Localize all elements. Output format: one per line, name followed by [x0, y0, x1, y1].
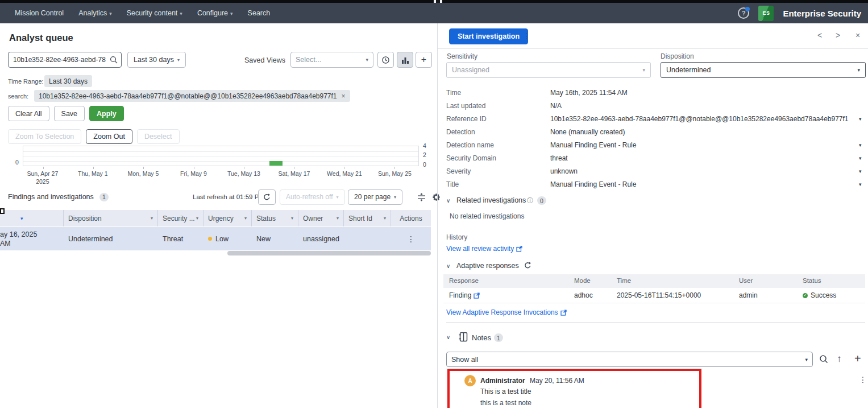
sensitivity-select[interactable]: Unassigned▾ — [446, 62, 651, 78]
cell-disposition: Undetermined — [64, 227, 158, 250]
nav-search[interactable]: Search — [248, 9, 271, 17]
sort-notes-icon[interactable]: ↑ — [837, 353, 842, 365]
adaptive-row-divider — [443, 303, 865, 303]
related-investigations-title: Related investigations — [456, 196, 526, 204]
auto-refresh-button[interactable]: Auto-refresh off▾ — [280, 189, 345, 205]
column-header-owner[interactable]: Owner▾ — [298, 210, 344, 226]
gridline — [23, 161, 418, 162]
chevron-down-icon[interactable]: ▾ — [859, 142, 862, 148]
chevron-down-icon: ▾ — [384, 216, 386, 221]
chevron-down-icon: ▾ — [244, 216, 247, 221]
next-finding-icon[interactable]: > — [836, 31, 840, 40]
collapse-chevron-icon[interactable]: ∨ — [446, 334, 450, 340]
view-adaptive-invocations-link[interactable]: View Adaptive Response Invocations — [446, 308, 567, 316]
horizontal-scrollbar[interactable] — [227, 251, 431, 255]
save-button[interactable]: Save — [54, 106, 85, 121]
time-range-chip[interactable]: Last 30 days — [44, 75, 92, 87]
adaptive-col-user: User — [739, 277, 753, 284]
chevron-down-icon[interactable]: ▾ — [859, 116, 862, 122]
previous-finding-icon[interactable]: < — [817, 31, 822, 40]
chevron-down-icon[interactable]: ▾ — [859, 155, 862, 161]
column-header-time[interactable]: ▾ — [0, 210, 64, 226]
gear-icon[interactable] — [432, 193, 441, 201]
x-axis-tick — [244, 167, 244, 169]
external-link-icon — [560, 310, 567, 316]
row-actions-menu[interactable]: ⋮ — [391, 227, 431, 250]
detail-kebab-menu-icon[interactable]: ⋮ — [523, 32, 531, 40]
related-count-badge: 0 — [537, 196, 546, 205]
x-axis-tick — [294, 167, 294, 169]
saved-views-select[interactable]: Select...▾ — [290, 52, 373, 68]
x-axis-tick — [394, 167, 395, 169]
field-value-title: Manual Finding Event - Rule — [550, 180, 636, 188]
help-icon[interactable]: ? — [738, 7, 749, 19]
clear-all-button[interactable]: Clear All — [8, 106, 49, 121]
start-investigation-button[interactable]: Start investigation — [449, 28, 528, 44]
disposition-select[interactable]: Undetermined▾ — [661, 62, 866, 78]
remove-filter-icon[interactable]: × — [342, 92, 346, 100]
chevron-down-icon: ▾ — [180, 11, 182, 17]
chevron-down-icon: ▾ — [857, 67, 860, 73]
histogram-toggle-button[interactable] — [397, 52, 413, 68]
left-edge-artifact — [0, 208, 5, 214]
finding-response-link[interactable]: Finding — [449, 291, 480, 299]
timeline-toggle-button[interactable] — [377, 52, 394, 68]
field-label-detection-name: Detection name — [446, 141, 494, 149]
per-page-select[interactable]: 20 per page▾ — [348, 189, 402, 205]
close-icon[interactable]: × — [855, 31, 860, 40]
column-header-security-domain[interactable]: Security ...▾ — [158, 210, 203, 226]
search-notes-icon[interactable] — [819, 355, 828, 364]
field-label-security-domain: Security Domain — [446, 154, 496, 162]
chevron-down-icon[interactable]: ▾ — [859, 168, 862, 174]
info-icon[interactable]: ⓘ — [527, 196, 533, 205]
nav-analytics[interactable]: Analytics▾ — [78, 9, 112, 17]
deselect-button[interactable]: Deselect — [137, 129, 180, 144]
column-header-disposition[interactable]: Disposition▾ — [64, 210, 158, 226]
column-header-short-id[interactable]: Short Id▾ — [344, 210, 391, 226]
chevron-down-icon: ▾ — [109, 11, 112, 17]
column-header-status[interactable]: Status▾ — [252, 210, 298, 226]
x-axis-label: Tue, May 13 — [218, 170, 269, 178]
chevron-down-icon: ▾ — [151, 216, 153, 221]
collapse-chevron-icon[interactable]: ∨ — [446, 263, 450, 269]
notification-dot — [745, 7, 750, 11]
histogram-bar[interactable] — [269, 161, 283, 166]
chevron-down-icon[interactable]: ▾ — [859, 182, 862, 187]
zoom-out-button[interactable]: Zoom Out — [86, 129, 132, 144]
y-axis-tick-right: 4 — [423, 142, 426, 149]
bar-chart-icon — [401, 56, 409, 64]
refresh-button[interactable] — [258, 189, 276, 205]
add-view-button[interactable]: + — [416, 52, 432, 68]
related-empty-text: No related investigations — [450, 212, 524, 220]
add-note-icon[interactable]: + — [854, 352, 861, 365]
x-axis-tick — [344, 167, 344, 169]
note-kebab-menu-icon[interactable]: ⋮ — [859, 376, 867, 384]
table-row[interactable]: ay 16, 2025AM Undetermined Threat Low Ne… — [0, 227, 431, 250]
zoom-to-selection-button[interactable]: Zoom To Selection — [8, 129, 81, 144]
x-axis-tick — [194, 167, 194, 169]
collapse-chevron-icon[interactable]: ∨ — [446, 197, 450, 204]
field-label-last-updated: Last updated — [446, 102, 485, 110]
x-axis-label: Fri, May 9 — [168, 170, 219, 178]
chevron-down-icon: ▾ — [337, 195, 339, 200]
view-review-activity-link[interactable]: View all review activity — [446, 245, 522, 253]
nav-security-content[interactable]: Security content▾ — [127, 9, 182, 17]
refresh-icon[interactable] — [524, 262, 531, 269]
success-check-icon: ✓ — [803, 293, 808, 298]
x-axis-tick — [93, 167, 94, 169]
nav-configure[interactable]: Configure▾ — [197, 9, 233, 17]
findings-histogram-plot[interactable] — [23, 146, 419, 166]
apply-button[interactable]: Apply — [89, 106, 124, 121]
chevron-down-icon: ▾ — [337, 216, 339, 221]
field-value-detection: None (manually created) — [550, 128, 625, 136]
row-density-icon[interactable] — [417, 193, 426, 201]
nav-mission-control[interactable]: Mission Control — [15, 9, 64, 17]
app-window: Mission Control Analytics▾ Security cont… — [0, 0, 868, 408]
notes-filter-select[interactable]: Show all▾ — [446, 352, 813, 367]
column-header-urgency[interactable]: Urgency▾ — [203, 210, 252, 226]
search-input[interactable] — [13, 56, 110, 64]
time-range-picker-button[interactable]: Last 30 days▾ — [127, 52, 186, 68]
search-filter-chip[interactable]: 10b1e352-82ee-4963-aebd-78aa4eb977f1@@no… — [34, 90, 350, 102]
cell-urgency: Low — [203, 227, 252, 250]
chevron-down-icon: ▾ — [394, 195, 396, 200]
